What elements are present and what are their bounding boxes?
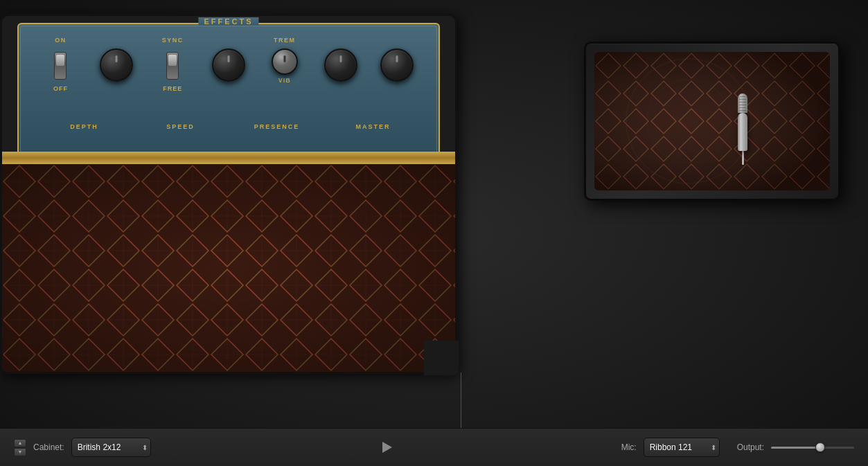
speed-knob[interactable] <box>212 48 245 82</box>
mic-head <box>738 93 747 113</box>
vib-label: VIB <box>278 77 291 84</box>
mic-select-wrapper[interactable]: Ribbon 121 Condenser 87 Dynamic 57 Dynam… <box>644 438 720 457</box>
effects-panel: EFFECTS ON OFF <box>17 23 440 158</box>
bottom-labels: DEPTH SPEED PRESENCE MASTER <box>29 120 428 130</box>
master-knob-group <box>369 37 425 84</box>
speaker-grille-pattern <box>594 52 830 190</box>
speed-label: SPEED <box>132 123 229 130</box>
speaker-cabinet <box>584 42 840 201</box>
trem-label: TREM <box>274 37 296 46</box>
amp-corner-shape <box>424 341 459 375</box>
amp-corner <box>424 341 459 375</box>
mic-stand <box>742 151 744 165</box>
cabinet-grille <box>2 164 455 372</box>
trem-vib-toggle[interactable] <box>272 48 298 75</box>
presence-knob[interactable] <box>324 48 357 82</box>
sync-toggle[interactable] <box>166 52 179 80</box>
cabinet-arrows[interactable]: ▲ ▼ <box>14 439 26 456</box>
grille-cloth <box>2 164 455 372</box>
presence-label: PRESENCE <box>229 123 325 130</box>
main-container: EFFECTS ON OFF <box>0 0 868 466</box>
depth-label: DEPTH <box>36 123 132 130</box>
output-slider-wrapper[interactable] <box>771 447 854 449</box>
sync-label: SYNC <box>162 37 184 46</box>
play-position-line <box>461 373 461 428</box>
amp-unit: EFFECTS ON OFF <box>0 14 457 374</box>
cabinet-down-arrow[interactable]: ▼ <box>14 448 26 456</box>
svg-rect-6 <box>2 164 455 372</box>
speed-knob-group <box>201 37 257 84</box>
depth-knob-group <box>89 37 145 84</box>
mic-body <box>738 113 747 151</box>
cabinet-up-arrow[interactable]: ▲ <box>14 439 26 447</box>
cabinet-select-wrapper[interactable]: British 2x12 American 1x12 Vintage 4x12 … <box>71 438 151 457</box>
on-label: ON <box>55 37 67 46</box>
speaker-cab-grille <box>594 52 830 190</box>
master-label: MASTER <box>325 123 421 130</box>
trem-vib-group: TREM VIB <box>256 37 312 84</box>
effects-label: EFFECTS <box>198 17 258 26</box>
amp-area: EFFECTS ON OFF <box>0 0 868 428</box>
sync-group: SYNC FREE <box>145 37 201 92</box>
cabinet-select[interactable]: British 2x12 American 1x12 Vintage 4x12 … <box>71 438 151 457</box>
mic-select[interactable]: Ribbon 121 Condenser 87 Dynamic 57 Dynam… <box>644 438 720 457</box>
play-triangle-icon <box>382 442 392 453</box>
trim-strip <box>2 152 455 164</box>
free-label: FREE <box>163 85 182 92</box>
cabinet-label: Cabinet: <box>33 442 64 452</box>
depth-knob[interactable] <box>100 48 133 82</box>
bottom-toolbar: ▲ ▼ Cabinet: British 2x12 American 1x12 … <box>0 428 868 466</box>
knob-row: ON OFF SYNC FREE <box>29 30 428 120</box>
off-label: OFF <box>53 85 68 92</box>
play-button[interactable] <box>375 437 396 458</box>
on-off-group: ON OFF <box>33 37 89 92</box>
output-slider[interactable] <box>771 447 854 449</box>
on-off-toggle[interactable] <box>54 52 67 80</box>
master-knob[interactable] <box>380 48 414 82</box>
presence-knob-group <box>312 37 369 84</box>
output-label: Output: <box>737 442 764 452</box>
grille-pattern <box>2 164 455 372</box>
mic-label: Mic: <box>621 442 637 452</box>
svg-rect-11 <box>594 52 830 190</box>
mic-on-speaker <box>735 93 750 149</box>
